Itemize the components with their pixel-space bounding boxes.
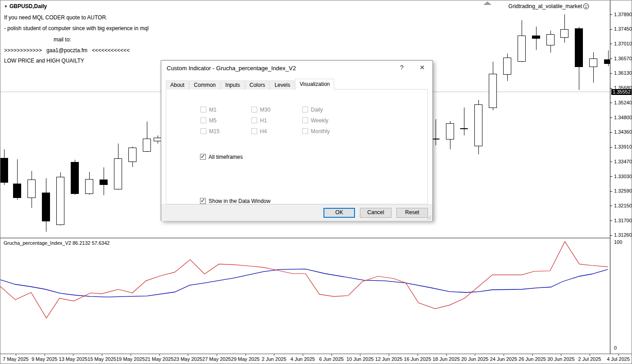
indicator-properties-dialog: Custom Indicator - Grucha_percentage_Ind… bbox=[161, 60, 433, 221]
cancel-button[interactable]: Cancel bbox=[360, 208, 391, 218]
timeframe-label: M5 bbox=[209, 117, 217, 124]
show-data-window-row[interactable]: Show in the Data Window bbox=[200, 197, 270, 205]
show-data-window-checkbox[interactable] bbox=[200, 198, 206, 204]
price-tick bbox=[610, 103, 612, 103]
oscillator-fast-line bbox=[0, 242, 608, 318]
chart-comment-line-1: If you need MQL CODER quote to AUTOR. bbox=[4, 14, 107, 21]
date-tick bbox=[102, 354, 102, 356]
all-timeframes-checkbox[interactable] bbox=[200, 154, 206, 160]
dialog-footer bbox=[161, 204, 432, 221]
price-axis-label: 1.33470 bbox=[614, 159, 632, 164]
candle-bull bbox=[57, 177, 64, 225]
timeframe-cell: M30 bbox=[251, 105, 302, 113]
date-axis-label: 23 May 2025 bbox=[172, 356, 204, 362]
date-axis-label: 20 Jun 2025 bbox=[459, 356, 491, 362]
tab-inputs[interactable]: Inputs bbox=[221, 81, 245, 90]
oscillator-min-label: 0 bbox=[614, 345, 617, 351]
date-tick bbox=[73, 354, 73, 356]
date-axis[interactable]: 7 May 20259 May 202513 May 202515 May 20… bbox=[0, 354, 632, 364]
tab-common[interactable]: Common bbox=[189, 81, 220, 90]
date-axis-label: 12 Jun 2025 bbox=[373, 356, 405, 362]
timeframe-label: Monthly bbox=[311, 128, 330, 135]
indicator-pane[interactable]: Grucha_percentage_Index_V2 86.2132 57.63… bbox=[0, 238, 610, 354]
date-axis-label: 24 Jun 2025 bbox=[488, 356, 519, 362]
timeframe-cell: Daily bbox=[302, 105, 353, 113]
price-axis-label: 1.32590 bbox=[614, 188, 632, 193]
candle-bear bbox=[605, 60, 610, 64]
date-axis-label: 27 May 2025 bbox=[201, 356, 232, 362]
candle-bull bbox=[504, 58, 511, 75]
price-axis-label: 1.36570 bbox=[614, 56, 632, 61]
date-tick bbox=[590, 354, 590, 356]
help-button[interactable]: ? bbox=[397, 64, 406, 73]
reset-button[interactable]: Reset bbox=[396, 208, 428, 218]
all-timeframes-label: All timeframes bbox=[209, 154, 243, 160]
timeframe-cell: M1 bbox=[200, 105, 251, 113]
date-axis-label: 29 May 2025 bbox=[230, 356, 261, 362]
date-tick bbox=[332, 354, 332, 356]
chart-comment-line-3: mail to: bbox=[54, 36, 71, 43]
price-axis-label: 1.37010 bbox=[614, 41, 632, 46]
timeframe-checkbox-m30[interactable] bbox=[251, 107, 257, 112]
price-tick bbox=[610, 14, 612, 15]
timeframe-label: M1 bbox=[209, 107, 217, 113]
price-axis-label: 1.37450 bbox=[614, 26, 632, 31]
price-axis-label: 1.35240 bbox=[614, 100, 632, 105]
candle-bear bbox=[14, 184, 21, 198]
timeframe-checkbox-h4[interactable] bbox=[251, 128, 257, 134]
date-tick bbox=[45, 354, 45, 356]
all-timeframes-row[interactable]: All timeframes bbox=[200, 153, 243, 161]
date-axis-label: 13 May 2025 bbox=[57, 356, 89, 362]
candle-bear bbox=[42, 193, 50, 221]
tab-about[interactable]: About bbox=[166, 81, 189, 90]
bid-price-tag: 1.35552 bbox=[611, 89, 632, 95]
dialog-titlebar[interactable]: Custom Indicator - Grucha_percentage_Ind… bbox=[161, 61, 432, 76]
ea-name-label: Gridtrading_at_volatile_market bbox=[509, 3, 582, 9]
timeframe-checkbox-m15[interactable] bbox=[200, 128, 206, 134]
tab-visualization[interactable]: Visualization bbox=[295, 79, 334, 90]
timeframe-checkbox-h1[interactable] bbox=[251, 117, 257, 123]
timeframe-checkbox-weekly[interactable] bbox=[302, 117, 308, 123]
date-tick bbox=[217, 354, 217, 356]
price-tick bbox=[610, 235, 612, 236]
timeframe-checkbox-m1[interactable] bbox=[200, 107, 206, 112]
candle-bear bbox=[0, 158, 8, 183]
price-axis-label: 1.31260 bbox=[614, 232, 632, 238]
tab-colors[interactable]: Colors bbox=[245, 81, 270, 90]
candle-bull bbox=[129, 148, 136, 162]
sad-face-icon bbox=[583, 3, 589, 9]
timeframe-label: H1 bbox=[260, 117, 267, 124]
date-tick bbox=[475, 354, 475, 356]
tab-levels[interactable]: Levels bbox=[270, 81, 295, 90]
price-axis[interactable]: 1.378901.374501.370101.365701.361301.356… bbox=[610, 0, 632, 354]
candle-bull bbox=[561, 30, 568, 38]
date-axis-label: 4 Jul 2025 bbox=[603, 356, 632, 362]
oscillator-max-label: 100 bbox=[614, 239, 622, 245]
timeframe-label: M15 bbox=[209, 128, 219, 135]
date-tick bbox=[303, 354, 303, 356]
timeframe-cell: M15 bbox=[200, 127, 251, 135]
chart-comment-line-2: - polish student of computer since with … bbox=[4, 25, 149, 31]
candle-bull bbox=[86, 180, 93, 194]
candle-bull bbox=[114, 159, 122, 189]
timeframe-checkbox-m5[interactable] bbox=[200, 117, 206, 123]
date-tick bbox=[618, 354, 619, 356]
date-tick bbox=[532, 354, 533, 356]
timeframe-checkbox-daily[interactable] bbox=[302, 107, 308, 112]
timeframe-grid-row: M15H4Monthly bbox=[200, 127, 353, 138]
timeframe-label: Weekly bbox=[311, 117, 328, 124]
price-axis-label: 1.37890 bbox=[614, 12, 632, 17]
timeframe-cell: H1 bbox=[251, 116, 302, 124]
dialog-title: Custom Indicator - Grucha_percentage_Ind… bbox=[167, 65, 296, 72]
date-axis-label: 2 Jun 2025 bbox=[258, 356, 290, 362]
chart-window: ▼GBPUSD,Daily If you need MQL CODER quot… bbox=[0, 0, 632, 364]
close-icon[interactable]: ✕ bbox=[417, 64, 427, 73]
timeframe-checkbox-monthly[interactable] bbox=[302, 128, 308, 134]
price-tick bbox=[610, 88, 612, 89]
candle-doji bbox=[460, 128, 468, 129]
chart-shift-marker-icon[interactable] bbox=[483, 1, 491, 5]
oscillator-chart[interactable] bbox=[0, 238, 610, 354]
ok-button[interactable]: OK bbox=[323, 208, 355, 218]
date-axis-label: 9 May 2025 bbox=[29, 356, 60, 362]
price-tick bbox=[610, 58, 612, 59]
